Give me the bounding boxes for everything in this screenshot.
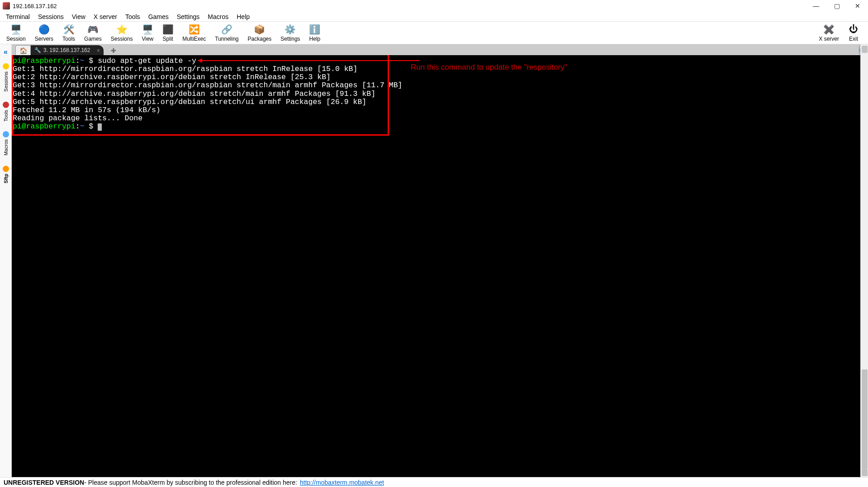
packages-button[interactable]: 📦Packages <box>243 23 276 43</box>
status-link[interactable]: http://mobaxterm.mobatek.net <box>300 479 384 486</box>
session-button-icon: 🖥️ <box>10 24 21 35</box>
titlebar: 192.168.137.162 — ▢ ✕ <box>0 0 868 12</box>
tunneling-button-icon: 🔗 <box>221 24 232 35</box>
terminal-icon: 🔧 <box>34 47 41 53</box>
tab-session-active[interactable]: 🔧 3. 192.168.137.162 × <box>31 45 104 55</box>
minimize-button[interactable]: — <box>806 0 826 12</box>
close-button[interactable]: ✕ <box>847 0 868 12</box>
side-tab-sftp[interactable]: Sftp <box>2 161 10 188</box>
settings-button-icon: ⚙️ <box>285 24 296 35</box>
menu-games[interactable]: Games <box>144 12 173 21</box>
side-tab-tools[interactable]: Tools <box>2 97 10 126</box>
toolbar: 🖥️Session🔵Servers🛠️Tools🎮Games⭐Sessions🖥… <box>0 22 868 44</box>
side-tab-sessions[interactable]: Sessions <box>2 59 10 96</box>
scroll-thumb[interactable] <box>862 369 868 469</box>
help-button[interactable]: ℹ️Help <box>305 23 325 43</box>
games-button[interactable]: 🎮Games <box>80 23 106 43</box>
menu-view[interactable]: View <box>68 12 90 21</box>
session-button[interactable]: 🖥️Session <box>2 23 30 43</box>
menubar: Terminal Sessions View X server Tools Ga… <box>0 12 868 22</box>
xserver-button-icon: ✖️ <box>824 24 835 35</box>
xserver-button[interactable]: ✖️X server <box>814 23 844 43</box>
scroll-down-icon[interactable] <box>862 469 868 476</box>
status-unregistered: UNREGISTERED VERSION <box>4 479 84 486</box>
sessions-button-icon: ⭐ <box>116 24 127 35</box>
multiexec-button[interactable]: 🔀MultiExec <box>178 23 210 43</box>
tunneling-button[interactable]: 🔗Tunneling <box>210 23 243 43</box>
menu-terminal[interactable]: Terminal <box>2 12 34 21</box>
menu-sessions[interactable]: Sessions <box>34 12 68 21</box>
servers-button[interactable]: 🔵Servers <box>30 23 58 43</box>
annotation-arrow <box>198 60 420 61</box>
menu-xserver[interactable]: X server <box>90 12 121 21</box>
side-strip: « Sessions Tools Macros Sftp <box>0 44 12 477</box>
terminal-output[interactable]: pi@raspberrypi:~ $ sudo apt-get update -… <box>12 55 868 477</box>
games-button-icon: 🎮 <box>87 24 98 35</box>
packages-button-icon: 📦 <box>254 24 265 35</box>
tools-button-icon: 🛠️ <box>63 24 74 35</box>
view-button-icon: 🖥️ <box>142 24 153 35</box>
servers-button-icon: 🔵 <box>38 24 49 35</box>
multiexec-button-icon: 🔀 <box>189 24 199 35</box>
settings-button[interactable]: ⚙️Settings <box>276 23 304 43</box>
tools-button[interactable]: 🛠️Tools <box>58 23 80 43</box>
app-icon <box>3 2 10 9</box>
menu-tools[interactable]: Tools <box>121 12 144 21</box>
split-button[interactable]: ⬛Split <box>158 23 178 43</box>
maximize-button[interactable]: ▢ <box>826 0 847 12</box>
tab-close-icon[interactable]: × <box>97 47 100 54</box>
scroll-up-icon[interactable] <box>862 46 868 53</box>
statusbar: UNREGISTERED VERSION - Please support Mo… <box>0 477 868 487</box>
exit-button-icon: ⏻ <box>848 24 859 35</box>
tab-strip: 🏠 🔧 3. 192.168.137.162 × ✚ 📎 <box>12 44 868 55</box>
exit-button[interactable]: ⏻Exit <box>844 23 863 43</box>
tab-new[interactable]: ✚ <box>107 46 120 55</box>
menu-help[interactable]: Help <box>232 12 254 21</box>
status-message: - Please support MobaXterm by subscribin… <box>84 479 297 486</box>
plus-icon: ✚ <box>111 47 116 54</box>
help-button-icon: ℹ️ <box>309 24 320 35</box>
sessions-button[interactable]: ⭐Sessions <box>106 23 138 43</box>
view-button[interactable]: 🖥️View <box>137 23 158 43</box>
annotation-text: Run this command to update the "resposit… <box>411 63 567 72</box>
tab-home[interactable]: 🏠 <box>15 45 31 55</box>
side-tab-macros[interactable]: Macros <box>2 127 10 160</box>
scrollbar-vertical[interactable] <box>860 44 868 477</box>
tab-label: 3. 192.168.137.162 <box>43 47 90 53</box>
chevron-left-icon[interactable]: « <box>3 46 9 58</box>
window-title: 192.168.137.162 <box>13 3 57 9</box>
home-icon: 🏠 <box>19 47 27 54</box>
split-button-icon: ⬛ <box>162 24 173 35</box>
menu-settings[interactable]: Settings <box>173 12 204 21</box>
menu-macros[interactable]: Macros <box>204 12 232 21</box>
